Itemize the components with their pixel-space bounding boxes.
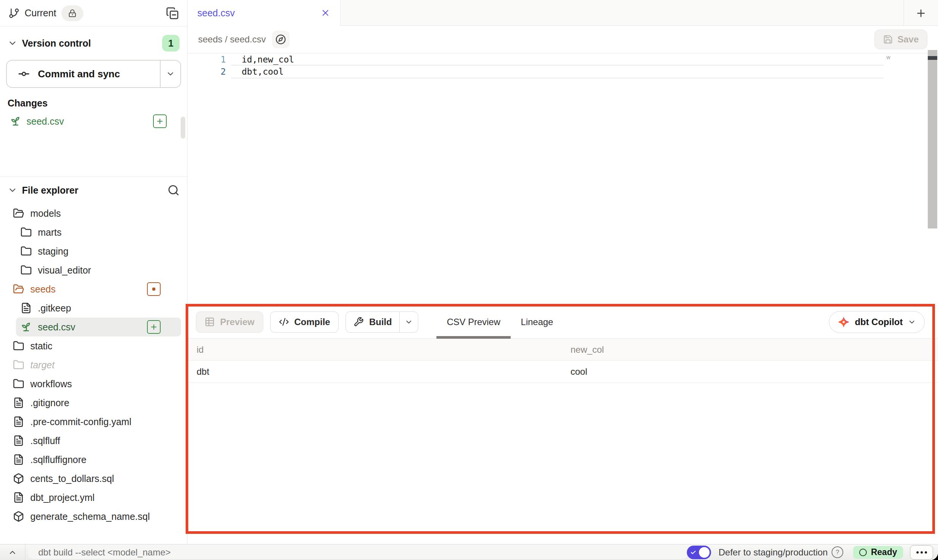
editor-scrollbar-thumb[interactable] — [928, 56, 937, 60]
file-item-surface[interactable]: target — [6, 355, 181, 374]
file-item-cents_to_dollars.sql: cents_to_dollars.sql — [0, 469, 187, 488]
dbt-copilot-button[interactable]: dbt Copilot — [829, 311, 925, 333]
tab-seed-csv[interactable]: seed.csv — [188, 0, 341, 26]
file-item-surface[interactable]: staging — [16, 242, 181, 261]
build-options-caret[interactable] — [399, 312, 418, 332]
file-item-label: .pre-commit-config.yaml — [30, 416, 131, 427]
wrench-icon — [353, 317, 364, 327]
panel-tab-lineage[interactable]: Lineage — [511, 305, 563, 338]
file-item-surface[interactable]: .sqlfluff — [6, 431, 181, 450]
file-item-.sqlfluffignore: .sqlfluffignore — [0, 450, 187, 469]
table-icon — [205, 317, 215, 327]
file-item-surface[interactable]: seed.csv+ — [16, 318, 181, 336]
table-row: dbtcool — [188, 361, 938, 383]
code-editor[interactable]: 1id,new_col2dbt,cool w — [188, 53, 938, 305]
search-icon[interactable] — [167, 184, 180, 196]
minimap: w — [886, 54, 890, 60]
file-item-surface[interactable]: .gitkeep — [16, 299, 181, 318]
file-icon — [13, 397, 24, 408]
file-item-surface[interactable]: cents_to_dollars.sql — [6, 469, 181, 488]
build-button[interactable]: Build — [346, 312, 399, 332]
copy-files-icon[interactable] — [166, 7, 179, 20]
changed-file-seed.csv[interactable]: seed.csv+ — [0, 111, 187, 131]
file-item-surface[interactable]: workflows — [6, 374, 181, 393]
compile-button[interactable]: Compile — [270, 311, 339, 333]
column-header-new_col: new_col — [571, 344, 938, 355]
command-input[interactable]: dbt build --select <model_name> — [28, 546, 687, 559]
results-panel-header: Preview Compile Build CSV PreviewLineage… — [188, 305, 938, 339]
close-tab-icon[interactable] — [320, 8, 330, 18]
sidebar: Current Version control 1 Commit and syn… — [0, 0, 188, 544]
folder-icon — [13, 359, 24, 371]
file-explorer-section: File explorer modelsmartsstagingvisual_e… — [0, 176, 187, 526]
commit-options-caret[interactable] — [160, 61, 180, 87]
editor-line-1[interactable]: 1id,new_col — [188, 53, 938, 66]
defer-toggle[interactable] — [687, 546, 711, 559]
chevron-up-icon — [8, 548, 17, 557]
results-panel: Preview Compile Build CSV PreviewLineage… — [188, 305, 938, 544]
modified-folder-icon[interactable] — [147, 282, 161, 296]
folder-icon — [13, 340, 24, 352]
git-branch-icon — [8, 8, 20, 19]
version-control-title: Version control — [22, 38, 91, 49]
folder-open-icon — [13, 283, 24, 295]
compass-icon — [275, 34, 286, 45]
file-explorer-header[interactable]: File explorer — [0, 177, 187, 204]
folder-icon — [20, 227, 32, 238]
table-header-row: idnew_col — [188, 339, 938, 361]
toggle-knob — [699, 547, 710, 558]
line-content: dbt,cool — [242, 67, 284, 77]
commit-and-sync-button: Commit and sync — [6, 60, 181, 88]
file-item-surface[interactable]: static — [6, 336, 181, 355]
status-badge: Ready — [853, 546, 903, 559]
file-item-surface[interactable]: models — [6, 204, 181, 223]
sidebar-scrollbar-thumb[interactable] — [181, 117, 185, 139]
panel-tab-csv-preview[interactable]: CSV Preview — [436, 305, 510, 338]
expand-command-bar-button[interactable] — [0, 544, 25, 560]
file-item-surface[interactable]: visual_editor — [16, 261, 181, 280]
file-item-.pre-commit-config.yaml: .pre-commit-config.yaml — [0, 412, 187, 431]
save-button[interactable]: Save — [874, 30, 927, 49]
table-cell: dbt — [188, 366, 571, 377]
preview-button[interactable]: Preview — [196, 311, 263, 333]
tab-label: seed.csv — [197, 8, 235, 19]
file-item-label: cents_to_dollars.sql — [30, 473, 114, 484]
version-control-header[interactable]: Version control 1 — [0, 27, 187, 60]
line-content: id,new_col — [242, 55, 294, 64]
file-item-.gitkeep: .gitkeep — [0, 299, 187, 318]
chevron-down-icon — [405, 318, 413, 326]
added-file-icon[interactable]: + — [147, 320, 161, 334]
help-icon[interactable]: ? — [832, 546, 843, 558]
navigate-button[interactable] — [272, 31, 289, 48]
branch-bar: Current — [0, 0, 187, 27]
file-item-surface[interactable]: .sqlfluffignore — [6, 450, 181, 469]
file-item-label: marts — [38, 227, 62, 238]
file-item-label: seed.csv — [38, 322, 75, 333]
file-item-label: workflows — [30, 379, 72, 389]
dbt-logo-icon — [838, 316, 850, 328]
file-item-.sqlfluff: .sqlfluff — [0, 431, 187, 450]
new-tab-button[interactable] — [913, 5, 929, 21]
line-number: 1 — [188, 55, 226, 64]
chevron-down-icon — [908, 318, 916, 326]
file-item-surface[interactable]: seeds — [6, 280, 181, 299]
box-icon — [13, 473, 24, 484]
file-item-surface[interactable]: generate_schema_name.sql — [6, 507, 181, 526]
file-item-surface[interactable]: dbt_project.yml — [6, 488, 181, 507]
folder-icon — [20, 264, 32, 276]
file-item-label: models — [30, 208, 61, 219]
file-icon — [13, 454, 24, 465]
editor-line-2[interactable]: 2dbt,cool — [188, 66, 938, 78]
build-label: Build — [369, 317, 392, 327]
file-item-surface[interactable]: marts — [16, 223, 181, 242]
stage-file-icon[interactable]: + — [153, 114, 167, 128]
breadcrumb: seeds / seed.csv — [198, 34, 266, 45]
more-options-button[interactable] — [910, 545, 933, 560]
file-item-seed.csv: seed.csv+ — [0, 318, 187, 336]
file-item-surface[interactable]: .gitignore — [6, 393, 181, 412]
editor-scrollbar[interactable] — [928, 50, 937, 228]
commit-and-sync-main[interactable]: Commit and sync — [7, 61, 160, 87]
file-item-surface[interactable]: .pre-commit-config.yaml — [6, 412, 181, 431]
changes-title: Changes — [8, 98, 180, 109]
file-item-label: .sqlfluffignore — [30, 454, 86, 465]
